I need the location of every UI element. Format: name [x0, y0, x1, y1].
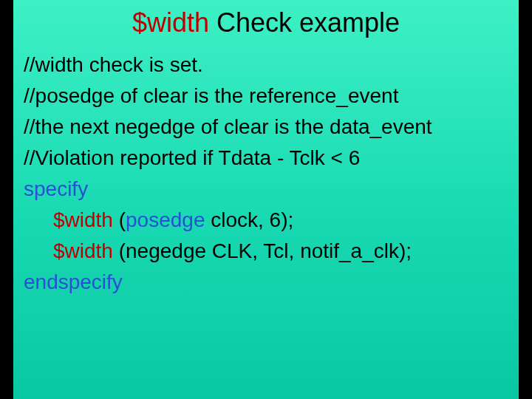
- title-keyword: $width: [132, 7, 209, 38]
- title-rest: Check example: [209, 7, 400, 38]
- width-keyword: $width: [53, 239, 113, 262]
- code-text: clock, 6);: [205, 208, 293, 231]
- width-keyword: $width: [53, 208, 113, 231]
- comment-line: //posedge of clear is the reference_even…: [24, 81, 508, 112]
- endspecify-keyword: endspecify: [24, 267, 508, 298]
- posedge-keyword: posedge: [126, 208, 205, 231]
- code-line: $width (posedge clock, 6);: [24, 205, 508, 236]
- code-text: (negedge CLK, Tcl, notif_a_clk);: [113, 239, 412, 262]
- slide-title: $width Check example: [24, 6, 508, 39]
- slide-body: //width check is set. //posedge of clear…: [24, 50, 508, 298]
- slide: $width Check example //width check is se…: [13, 0, 519, 399]
- comment-line: //the next negedge of clear is the data_…: [24, 112, 508, 143]
- comment-line: //Violation reported if Tdata - Tclk < 6: [24, 143, 508, 174]
- specify-keyword: specify: [24, 174, 508, 205]
- code-text: (: [113, 208, 126, 231]
- comment-line: //width check is set.: [24, 50, 508, 81]
- code-line: $width (negedge CLK, Tcl, notif_a_clk);: [24, 236, 508, 267]
